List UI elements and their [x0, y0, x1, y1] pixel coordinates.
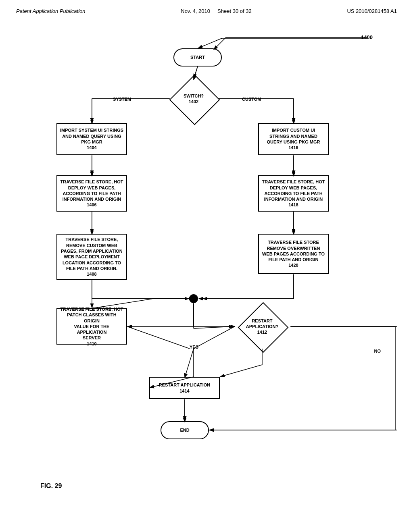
header-publication-label: Patent Application Publication	[16, 8, 86, 14]
box-1404: IMPORT SYSTEM UI STRINGSAND NAMED QUERY …	[56, 123, 127, 155]
no-label: NO	[374, 349, 381, 353]
box-1406: TRAVERSE FILE STORE, HOTDEPLOY WEB PAGES…	[56, 175, 127, 212]
switch-label: SWITCH?1402	[184, 93, 204, 105]
system-label: SYSTEM	[113, 97, 131, 102]
header-left: Patent Application Publication	[16, 8, 86, 14]
box-1408: TRAVERSE FILE STORE,REMOVE CUSTOM WEBPAG…	[56, 234, 127, 280]
header-patent-number: US 2010/0281458 A1	[347, 8, 397, 14]
start-node: START	[173, 48, 222, 66]
custom-label: CUSTOM	[242, 97, 261, 102]
svg-line-19	[194, 326, 234, 328]
svg-line-23	[220, 365, 262, 377]
figure-label: FIG. 29	[40, 482, 62, 490]
svg-line-21	[127, 326, 190, 349]
diagram-number-label: 1400	[361, 34, 373, 40]
svg-line-38	[185, 349, 194, 378]
header-sheet: Sheet 30 of 32	[217, 8, 252, 14]
box-1418: TRAVERSE FILE STORE, HOTDEPLOY WEB PAGES…	[258, 175, 329, 212]
restart-label: RESTARTAPPLICATION?1412	[246, 318, 278, 335]
header-date: Nov. 4, 2010	[181, 8, 210, 14]
header-center: Nov. 4, 2010 Sheet 30 of 32	[181, 8, 251, 14]
switch-diamond: SWITCH?1402	[169, 79, 218, 119]
restart-diamond: RESTARTAPPLICATION?1412	[234, 304, 290, 349]
svg-line-2	[198, 38, 222, 48]
page: Patent Application Publication Nov. 4, 2…	[0, 0, 413, 532]
header-right: US 2010/0281458 A1	[347, 8, 397, 14]
box-1416: IMPORT CUSTOM UISTRINGS AND NAMEDQUERY U…	[258, 123, 329, 155]
diagram-area: 1400 START SWITCH?1402 SYSTEM CUSTOM IMP…	[16, 26, 397, 498]
box-1410: TRAVERSE FILE STORE, HOTPATCH CLASSES WI…	[56, 308, 127, 345]
header: Patent Application Publication Nov. 4, 2…	[16, 8, 397, 14]
yes-label: YES	[190, 345, 198, 349]
junction-circle	[189, 294, 198, 303]
end-node: END	[161, 421, 209, 439]
box-1414: RESTART APPLICATION1414	[149, 377, 220, 399]
box-1420: TRAVERSE FILE STOREREMOVE OVERWRITTENWEB…	[258, 234, 329, 274]
